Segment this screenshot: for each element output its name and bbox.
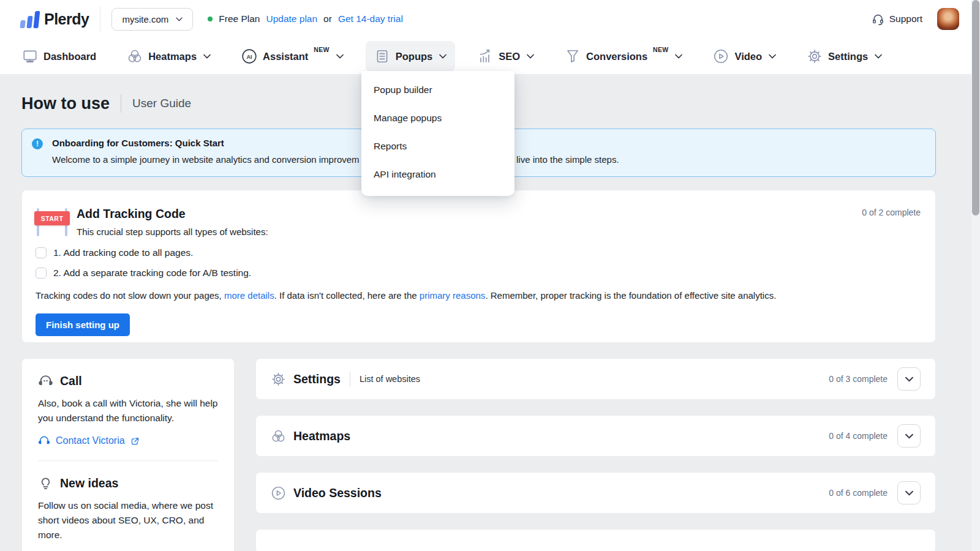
divider [350,372,350,386]
scrollbar-track[interactable] [971,0,980,551]
info-icon: ! [32,138,43,149]
plan-status-dot [208,17,213,21]
nav-item-label: Video [734,48,762,64]
new-ideas-text: Follow us on social media, where we post… [38,498,218,542]
trial-link[interactable]: Get 14-day trial [338,13,403,24]
or-text: or [323,13,332,24]
page-subtitle: User Guide [132,97,191,110]
heatmaps-icon [127,48,143,64]
checklist-label: 2. Add a separate tracking code for A/B … [53,268,251,279]
progress-label: 0 of 2 complete [862,208,921,217]
chevron-down-icon [527,48,534,64]
support-button[interactable]: Support [872,13,922,26]
progress-label: 0 of 3 complete [829,374,888,384]
banner-text: Welcome to a simple journey in website a… [52,154,360,165]
expand-card-button[interactable] [897,367,921,391]
ai-icon: AI [241,48,257,64]
nav-item-video[interactable]: Video [704,41,785,72]
nav-item-popups[interactable]: Popups [366,41,456,72]
support-label: Support [889,13,922,24]
scrollbar-thumb[interactable] [972,0,979,216]
chevron-down-icon [439,48,447,64]
card-title: Add Tracking Code [77,207,268,221]
menu-item-reports[interactable]: Reports [361,132,514,160]
top-bar: Plerdy mysite.com Free Plan Update plan … [0,0,980,38]
nav-item-label: Dashboard [43,48,96,64]
chevron-down-icon [176,17,183,21]
avatar[interactable] [937,8,959,30]
menu-item-api-integration[interactable]: API integration [361,160,514,189]
contact-victoria-link[interactable]: Contact Victoria [38,435,218,447]
monitor-icon [22,48,38,64]
settings-progress-card: Settings List of websites 0 of 3 complet… [255,358,936,400]
video-sessions-progress-card: Video Sessions 0 of 6 complete [255,472,936,514]
checklist-label: 1. Add tracking code to all pages. [53,247,193,258]
site-selector[interactable]: mysite.com [111,8,193,31]
help-sidebar-card: Call Also, book a call with Victoria, sh… [21,358,235,551]
divider [121,94,121,113]
call-title: Call [60,374,82,388]
chevron-down-icon [875,48,882,64]
lightbulb-icon [38,476,53,491]
nav-item-label: Assistant [263,48,308,64]
headset-icon [872,13,884,26]
chevron-down-icon [769,48,776,64]
nav-item-assistant[interactable]: AI Assistant NEW [233,41,352,72]
expand-card-button[interactable] [897,424,921,448]
more-details-link[interactable]: more details [224,290,274,301]
finish-setting-up-button[interactable]: Finish setting up [36,313,130,336]
nav-item-label: Heatmaps [148,48,197,64]
call-headset-icon [38,373,53,389]
seo-chart-icon [477,48,493,64]
card-title: Heatmaps [293,429,350,443]
card-subtitle: List of websites [360,374,420,384]
plan-area: Free Plan Update plan or Get 14-day tria… [208,13,403,24]
popups-dropdown-menu: Popup builder Manage popups Reports API … [361,71,514,196]
nav-item-label: SEO [499,48,520,64]
chevron-down-icon [336,48,344,64]
plan-label: Free Plan [219,13,260,24]
nav-item-seo[interactable]: SEO [469,41,543,72]
nav-item-heatmaps[interactable]: Heatmaps [118,41,219,72]
chevron-down-icon [905,490,913,496]
chevron-down-icon [905,433,913,439]
start-flag-label: START [34,211,70,225]
banner-text-end: live into the simple steps. [516,154,619,165]
call-text: Also, book a call with Victoria, she wil… [38,396,218,425]
checklist-row: 2. Add a separate tracking code for A/B … [36,268,921,279]
chevron-down-icon [203,48,211,64]
nav-item-settings[interactable]: Settings [798,41,891,72]
play-circle-icon [271,485,286,501]
main-nav: Dashboard Heatmaps AI Assistant NEW Popu… [0,38,980,74]
nav-item-label: Settings [828,48,868,64]
nav-item-conversions[interactable]: Conversions NEW [556,41,691,72]
brand-name: Plerdy [44,10,89,28]
checkbox[interactable] [36,268,47,279]
contact-victoria-label: Contact Victoria [56,435,125,446]
card-title: Video Sessions [293,486,382,500]
external-link-icon [130,437,140,446]
menu-item-manage-popups[interactable]: Manage popups [361,104,514,132]
page-title: How to use [21,94,110,113]
expand-card-button[interactable] [897,481,921,504]
funnel-icon [565,48,581,64]
progress-label: 0 of 6 complete [829,488,888,498]
headset-icon [38,435,50,447]
nav-item-dashboard[interactable]: Dashboard [13,41,105,72]
update-plan-link[interactable]: Update plan [266,13,317,24]
partially-visible-card [255,529,936,551]
chevron-down-icon [905,377,913,382]
card-subtitle: This crucial step supports all types of … [77,227,268,237]
new-badge: NEW [653,46,668,53]
chevron-down-icon [675,48,682,64]
progress-label: 0 of 4 complete [829,431,888,441]
popups-icon [374,48,390,64]
primary-reasons-link[interactable]: primary reasons [420,290,486,301]
site-selector-value: mysite.com [122,14,168,24]
nav-item-label: Popups [396,48,433,64]
heatmaps-icon [271,429,286,444]
checkbox[interactable] [36,247,47,258]
card-title: Settings [293,372,341,386]
plerdy-logo[interactable]: Plerdy [21,10,89,28]
menu-item-popup-builder[interactable]: Popup builder [361,76,514,104]
